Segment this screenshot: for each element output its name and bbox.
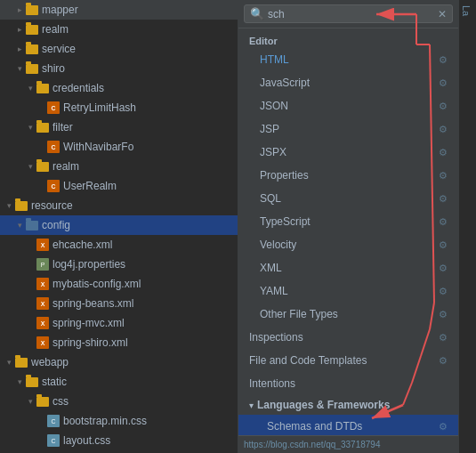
project-panel: mapper realm service shiro credentials C…: [0, 0, 238, 453]
tree-item-spring-beans[interactable]: X spring-beans.xml: [0, 294, 238, 313]
arrow-icon: [14, 220, 25, 231]
config-icon: ⚙: [439, 263, 448, 274]
settings-item-intentions[interactable]: Intentions: [238, 372, 458, 395]
config-icon: ⚙: [439, 77, 448, 89]
settings-item-typescript[interactable]: TypeScript ⚙: [238, 210, 458, 233]
url-bar: https://blog.csdn.net/qq_33718794: [238, 435, 458, 453]
java-class-icon: C: [46, 140, 61, 154]
item-label: JSPX: [260, 146, 286, 158]
tree-item-layout[interactable]: C layout.css: [0, 431, 238, 450]
item-label: YAML: [260, 285, 288, 297]
xml-file-icon: X: [36, 296, 50, 311]
tree-item-static[interactable]: static: [0, 372, 238, 392]
settings-list: Editor HTML ⚙ JavaScript ⚙ JSON ⚙ JSP ⚙ …: [238, 28, 458, 435]
xml-file-icon: X: [36, 316, 50, 330]
tree-label: log4j.properties: [52, 258, 125, 271]
settings-item-inspections[interactable]: Inspections ⚙: [238, 326, 458, 349]
tree-label: config: [42, 219, 70, 231]
item-label: JavaScript: [260, 77, 310, 89]
languages-frameworks-section[interactable]: ▾ Languages & Frameworks: [238, 395, 458, 415]
tree-item-realm2[interactable]: realm: [0, 157, 238, 176]
tree-item-spring-mvc[interactable]: X spring-mvc.xml: [0, 313, 238, 333]
config-icon: ⚙: [439, 101, 448, 112]
settings-item-other-file-types[interactable]: Other File Types ⚙: [238, 303, 458, 326]
editor-section-header: Editor: [238, 30, 458, 48]
settings-item-xml[interactable]: XML ⚙: [238, 256, 458, 279]
folder-icon: [14, 198, 28, 213]
folder-icon: [36, 394, 50, 409]
settings-item-file-code-templates[interactable]: File and Code Templates ⚙: [238, 349, 458, 372]
tree-label: RetryLimitHash: [63, 101, 136, 114]
item-label: Velocity: [260, 239, 296, 251]
settings-item-json[interactable]: JSON ⚙: [238, 94, 458, 117]
search-icon: 🔍: [250, 7, 264, 20]
tree-label: mapper: [42, 4, 78, 16]
settings-item-jspx[interactable]: JSPX ⚙: [238, 141, 458, 164]
far-right-label: La: [459, 0, 473, 21]
config-icon: ⚙: [439, 421, 448, 433]
tree-label: webapp: [31, 356, 69, 368]
tree-item-ehcache[interactable]: X ehcache.xml: [0, 235, 238, 255]
search-input[interactable]: [268, 8, 434, 20]
tree-item-mybatis[interactable]: X mybatis-config.xml: [0, 274, 238, 294]
xml-file-icon: X: [36, 277, 50, 291]
folder-icon: [25, 3, 39, 17]
tree-item-credentials[interactable]: credentials: [0, 78, 238, 98]
far-right-panel: La: [458, 0, 476, 453]
settings-item-yaml[interactable]: YAML ⚙: [238, 279, 458, 303]
tree-label: mybatis-config.xml: [52, 278, 141, 290]
settings-panel: 🔍 ✕ Editor HTML ⚙: [238, 0, 458, 453]
java-class-icon: C: [46, 101, 61, 115]
tree-label: css: [52, 395, 69, 408]
search-bar: 🔍 ✕: [238, 0, 458, 28]
config-icon: ⚙: [439, 124, 448, 135]
folder-icon: [25, 22, 39, 36]
tree-item-realm[interactable]: realm: [0, 20, 238, 39]
settings-item-html[interactable]: HTML ⚙: [238, 48, 458, 71]
tree-item-bootstrap[interactable]: C bootstrap.min.css: [0, 411, 238, 431]
folder-icon: [36, 81, 50, 95]
tree-label: static: [42, 376, 67, 388]
item-label: JSON: [260, 100, 288, 112]
config-icon: ⚙: [439, 147, 448, 158]
tree-label: filter: [52, 121, 73, 133]
clear-icon[interactable]: ✕: [438, 8, 447, 20]
config-icon: ⚙: [439, 332, 448, 344]
tree-item-spring-shiro[interactable]: X spring-shiro.xml: [0, 333, 238, 352]
item-label: Other File Types: [260, 308, 338, 320]
tree-label: realm: [42, 23, 69, 36]
item-label: Intentions: [249, 377, 295, 390]
settings-item-schemas-dtds[interactable]: Schemas and DTDs ⚙: [238, 415, 458, 435]
settings-item-javascript[interactable]: JavaScript ⚙: [238, 71, 458, 94]
folder-icon: [36, 159, 50, 174]
tree-item-resource[interactable]: resource: [0, 196, 238, 215]
tree-item-log4j[interactable]: P log4j.properties: [0, 255, 238, 274]
tree-item-shiro[interactable]: shiro: [0, 59, 238, 78]
arrow-icon: [25, 161, 36, 172]
tree-label: spring-shiro.xml: [52, 336, 128, 349]
section-label: Languages & Frameworks: [257, 399, 390, 411]
config-icon: ⚙: [439, 170, 448, 182]
settings-item-sql[interactable]: SQL ⚙: [238, 187, 458, 210]
item-label: XML: [260, 262, 282, 274]
arrow-icon: [25, 83, 36, 93]
url-text: https://blog.csdn.net/qq_33718794: [244, 440, 380, 449]
tree-label: spring-mvc.xml: [52, 317, 125, 329]
folder-icon: [36, 120, 50, 134]
item-label: Properties: [260, 169, 309, 182]
tree-item-filter[interactable]: filter: [0, 117, 238, 137]
settings-item-properties[interactable]: Properties ⚙: [238, 164, 458, 187]
tree-item-config[interactable]: config: [0, 215, 238, 235]
tree-item-userrealm[interactable]: C UserRealm: [0, 176, 238, 196]
tree-item-css[interactable]: css: [0, 392, 238, 411]
tree-label: bootstrap.min.css: [63, 415, 147, 427]
tree-item-withnavibarfo[interactable]: C WithNavibarFo: [0, 137, 238, 157]
tree-item-webapp[interactable]: webapp: [0, 352, 238, 372]
tree-item-service[interactable]: service: [0, 39, 238, 59]
settings-item-jsp[interactable]: JSP ⚙: [238, 117, 458, 141]
expand-arrow-icon: ▾: [249, 400, 254, 410]
settings-item-velocity[interactable]: Velocity ⚙: [238, 233, 458, 256]
tree-item-retrylimithash[interactable]: C RetryLimitHash: [0, 98, 238, 117]
tree-item-mapper[interactable]: mapper: [0, 0, 238, 20]
config-icon: ⚙: [439, 54, 448, 66]
